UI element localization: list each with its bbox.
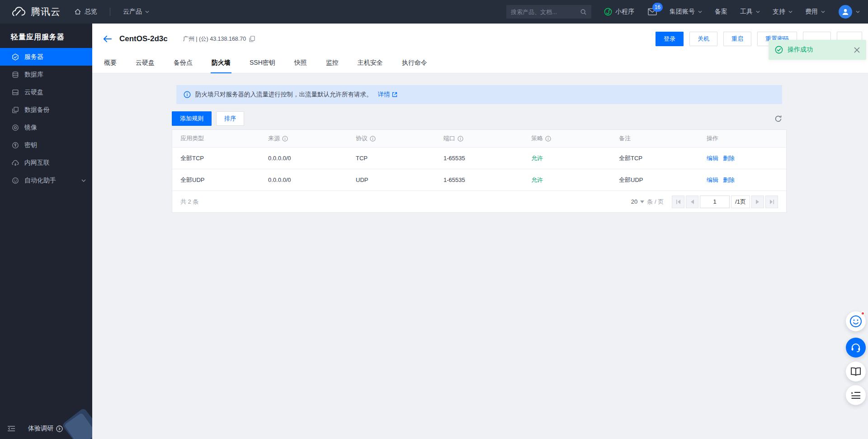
tab-cloud-disk[interactable]: 云硬盘 [135,54,156,73]
sidebar-item-ssh-keys[interactable]: 密钥 [0,136,92,154]
edit-link[interactable]: 编辑 [707,154,718,162]
docs-button[interactable] [846,362,866,382]
tab-firewall[interactable]: 防火墙 [211,54,231,73]
nav-cloud-products[interactable]: 云产品 [123,8,149,16]
avatar[interactable] [839,5,852,19]
cell-app-type: 全部UDP [172,169,260,191]
col-protocol: 协议 [348,130,435,147]
tab-monitor[interactable]: 监控 [325,54,340,73]
toast-message: 操作成功 [788,46,813,54]
first-page-button[interactable] [672,196,684,208]
delete-link[interactable]: 删除 [723,176,735,184]
cell-actions: 编辑 删除 [698,169,786,191]
sidebar-item-images[interactable]: 镜像 [0,119,92,136]
chevron-down-icon[interactable] [856,10,860,13]
close-icon[interactable] [854,47,860,53]
headset-icon [850,342,861,353]
table-toolbar: 添加规则 排序 [172,111,787,126]
user-icon [841,8,849,16]
book-icon [850,367,861,376]
refresh-icon[interactable] [774,115,782,123]
nav-overview[interactable]: 总览 [74,8,97,16]
chevron-down-icon [145,10,149,13]
sidebar: 轻量应用服务器 服务器 数据库 云硬盘 数据备份 镜像 密钥 [0,24,92,439]
sidebar-item-automation-assistant[interactable]: 自动化助手 [0,172,92,189]
tab-backup-point[interactable]: 备份点 [173,54,193,73]
pagination: /1页 [672,196,778,208]
add-rule-button[interactable]: 添加规则 [172,111,212,126]
banner-details-link[interactable]: 详情 [378,91,397,99]
table-row: 全部TCP 0.0.0.0/0 TCP 1-65535 允许 全部TCP 编辑 … [172,147,786,169]
sidebar-title: 轻量应用服务器 [0,24,92,48]
page-number-input[interactable] [700,196,730,208]
sidebar-item-servers[interactable]: 服务器 [0,48,92,66]
login-button[interactable]: 登录 [656,32,684,46]
nav-group-account[interactable]: 集团账号 [670,8,702,16]
nav-support[interactable]: 支持 [773,8,793,16]
outline-button[interactable] [846,385,866,405]
shutdown-button[interactable]: 关机 [689,32,717,46]
info-icon[interactable] [282,136,288,142]
nav-mini-program[interactable]: 小程序 [604,8,634,16]
cell-policy: 允许 [523,148,611,169]
cell-source: 0.0.0.0/0 [260,148,348,169]
last-page-button[interactable] [765,196,778,208]
info-icon[interactable] [370,136,376,142]
topbar-divider [110,8,110,16]
firewall-content: 防火墙只对服务器的入流量进行控制，出流量默认允许所有请求。 详情 添加规则 排序… [92,73,868,213]
caret-down-icon [640,200,644,203]
key-icon [12,142,19,149]
info-icon[interactable] [545,136,551,142]
col-actions: 操作 [698,130,786,147]
cell-protocol: UDP [348,169,435,191]
copy-icon[interactable] [249,36,255,42]
delete-link[interactable]: 删除 [723,154,735,162]
edit-link[interactable]: 编辑 [707,176,718,184]
tab-host-security[interactable]: 主机安全 [357,54,384,73]
network-icon [12,159,19,167]
main-area: CentOS-2d3c 广州 | (公) 43.138.168.70 登录 关机… [92,24,868,439]
chevron-down-icon [821,10,825,13]
nav-icp[interactable]: 备案 [715,8,727,16]
sidebar-item-database[interactable]: 数据库 [0,66,92,83]
nav-tools[interactable]: 工具 [740,8,760,16]
back-button[interactable] [103,35,112,43]
message-count-badge: 16 [652,3,663,12]
messages-button[interactable]: 16 [648,8,657,15]
chevron-down-icon [81,179,86,182]
sidebar-item-data-backup[interactable]: 数据备份 [0,101,92,119]
page-size-select[interactable]: 20 条 / 页 [631,198,664,206]
assistant-icon [12,177,19,184]
cell-port: 1-65535 [435,148,523,169]
support-chat-button[interactable] [846,338,866,358]
total-count: 共 2 条 [180,198,198,206]
next-page-button[interactable] [751,196,764,208]
survey-link[interactable]: 体验调研 [28,425,63,433]
search-input[interactable] [511,9,580,15]
sidebar-item-cloud-disk[interactable]: 云硬盘 [0,83,92,101]
info-icon[interactable] [458,136,463,142]
tab-snapshot[interactable]: 快照 [293,54,308,73]
tencent-cloud-logo[interactable]: 腾讯云 [0,5,74,18]
search-box[interactable] [506,5,591,19]
col-app-type: 应用类型 [172,130,260,147]
page-total-label: /1页 [731,196,750,208]
feedback-button[interactable] [846,311,866,331]
tab-overview[interactable]: 概要 [103,54,118,73]
nav-billing[interactable]: 费用 [805,8,825,16]
check-circle-icon [775,46,783,54]
cell-protocol: TCP [348,148,435,169]
tab-run-command[interactable]: 执行命令 [401,54,428,73]
sidebar-collapse-button[interactable] [7,425,15,432]
prev-page-button[interactable] [686,196,698,208]
restart-button[interactable]: 重启 [723,32,751,46]
col-policy: 策略 [523,130,611,147]
tab-ssh-key[interactable]: SSH密钥 [249,54,276,73]
table-row: 全部UDP 0.0.0.0/0 UDP 1-65535 允许 全部UDP 编辑 … [172,169,786,191]
sort-button[interactable]: 排序 [216,111,244,126]
search-icon[interactable] [580,9,587,15]
firewall-rules-table: 应用类型 来源 协议 端口 策略 备注 操作 [172,129,787,213]
sidebar-item-private-network[interactable]: 内网互联 [0,154,92,172]
cell-policy: 允许 [523,169,611,191]
notification-dot [861,311,865,315]
